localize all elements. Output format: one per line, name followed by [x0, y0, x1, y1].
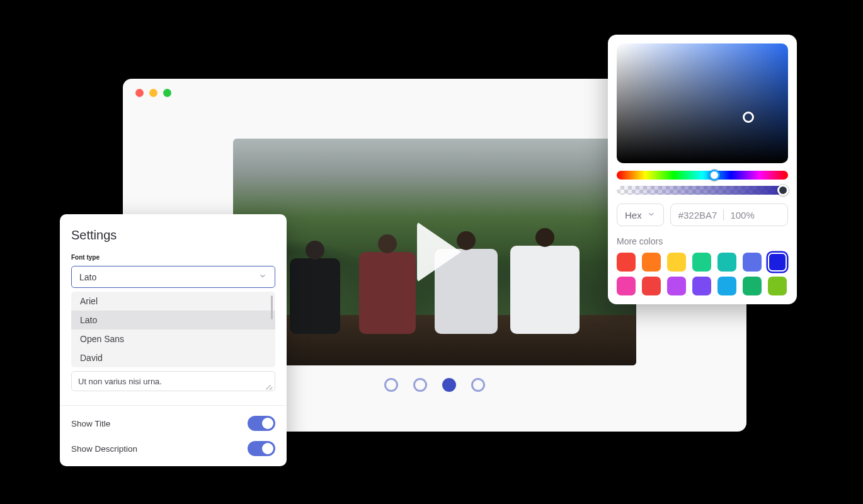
settings-panel: Settings Font type Lato Ariel Lato Open …: [60, 214, 287, 466]
font-select-value: Lato: [79, 272, 96, 282]
show-description-toggle[interactable]: [248, 441, 275, 456]
font-type-label: Font type: [71, 254, 275, 261]
play-button[interactable]: [400, 217, 469, 287]
alpha-slider[interactable]: [617, 186, 788, 195]
window-controls: [135, 89, 171, 97]
window-close-dot[interactable]: [135, 89, 144, 97]
resize-handle-icon[interactable]: [266, 382, 273, 389]
pager-dot[interactable]: [471, 378, 485, 392]
color-swatch[interactable]: [667, 253, 686, 272]
scene-person: [510, 246, 580, 334]
color-swatch[interactable]: [717, 253, 736, 272]
show-description-label: Show Description: [71, 444, 137, 454]
color-swatch[interactable]: [617, 277, 636, 295]
pager-dot[interactable]: [413, 378, 427, 392]
alpha-value: 100%: [730, 210, 754, 220]
hue-thumb[interactable]: [709, 169, 720, 181]
dropdown-scrollbar[interactable]: [271, 295, 273, 319]
color-swatch[interactable]: [692, 253, 711, 272]
font-option[interactable]: Open Sans: [71, 329, 275, 348]
settings-title: Settings: [71, 228, 275, 243]
color-picker-panel: Hex #322BA7 100% More colors: [608, 35, 797, 304]
color-mode-select[interactable]: Hex: [617, 203, 664, 226]
color-swatch[interactable]: [692, 277, 711, 295]
color-swatch[interactable]: [642, 277, 661, 295]
font-select[interactable]: Lato: [71, 266, 275, 288]
color-swatch[interactable]: [768, 253, 787, 272]
font-option[interactable]: David: [71, 348, 275, 367]
more-colors-label: More colors: [617, 236, 788, 246]
color-swatch[interactable]: [642, 253, 661, 272]
hex-input[interactable]: #322BA7 100%: [670, 203, 788, 226]
show-description-row: Show Description: [71, 431, 275, 456]
gradient-cursor[interactable]: [743, 112, 754, 123]
scene-person: [290, 258, 340, 334]
swatch-grid: [617, 253, 788, 295]
color-swatch[interactable]: [617, 253, 636, 272]
font-dropdown: Ariel Lato Open Sans David: [71, 292, 275, 367]
color-swatch[interactable]: [768, 277, 787, 295]
show-title-label: Show Title: [71, 419, 110, 428]
color-swatch[interactable]: [717, 277, 736, 295]
color-swatch[interactable]: [743, 277, 762, 295]
show-title-row: Show Title: [71, 406, 275, 431]
play-icon: [417, 222, 461, 282]
description-textarea[interactable]: Ut non varius nisi urna.: [71, 371, 275, 391]
color-mode-value: Hex: [625, 210, 642, 220]
show-title-toggle[interactable]: [248, 416, 275, 431]
hue-slider[interactable]: [617, 171, 788, 180]
font-option[interactable]: Ariel: [71, 292, 275, 311]
divider: [723, 209, 724, 220]
color-gradient[interactable]: [617, 43, 788, 163]
font-option-selected[interactable]: Lato: [71, 311, 275, 329]
chevron-down-icon: [258, 272, 267, 282]
hex-value: #322BA7: [678, 210, 717, 220]
textarea-value: Ut non varius nisi urna.: [78, 377, 162, 386]
color-swatch[interactable]: [667, 277, 686, 295]
alpha-thumb[interactable]: [777, 185, 789, 196]
pager-dot[interactable]: [384, 378, 398, 392]
pager-dot-active[interactable]: [442, 378, 456, 392]
chevron-down-icon: [647, 210, 656, 220]
color-swatch[interactable]: [743, 253, 762, 272]
video-preview[interactable]: [233, 139, 636, 365]
window-zoom-dot[interactable]: [163, 89, 171, 97]
window-minimize-dot[interactable]: [149, 89, 157, 97]
